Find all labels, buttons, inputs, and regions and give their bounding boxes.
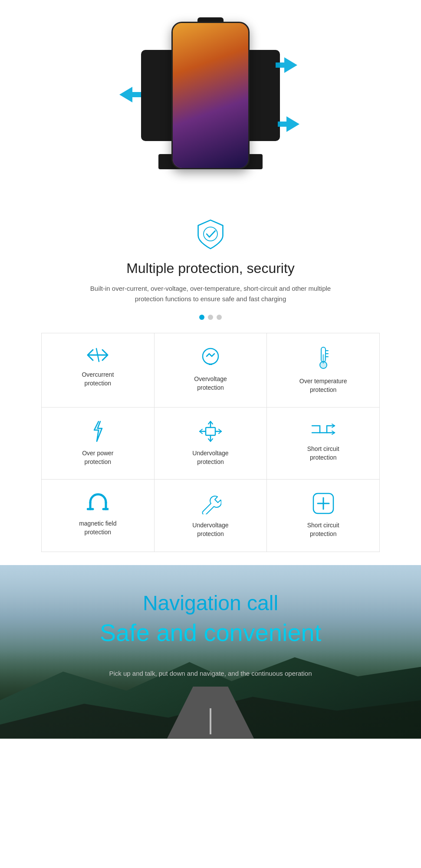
temperature-label: Over temperatureprotection xyxy=(299,377,347,394)
svg-marker-0 xyxy=(276,57,297,73)
temperature-icon xyxy=(317,346,330,372)
dot-3 xyxy=(217,315,222,320)
cell-wrench: Undervoltageprotection xyxy=(155,480,267,551)
cell-power: Over powerprotection xyxy=(42,408,155,479)
shield-icon xyxy=(193,217,228,252)
overvoltage-label: Overvoltageprotection xyxy=(194,375,227,392)
power-icon xyxy=(89,421,106,444)
wrench-icon xyxy=(200,493,221,516)
svg-rect-10 xyxy=(322,354,324,364)
overcurrent-icon xyxy=(87,346,109,365)
wrench-svg xyxy=(200,493,221,514)
arrow-left-icon xyxy=(119,87,141,102)
cell-plus: Short circuitprotection xyxy=(267,480,379,551)
protection-description: Built-in over-current, over-voltage, ove… xyxy=(89,283,332,304)
svg-rect-11 xyxy=(206,427,215,435)
cell-overcurrent: Overcurrentprotection xyxy=(42,333,155,407)
shield-icon-wrapper xyxy=(9,217,412,252)
product-image xyxy=(102,9,319,182)
magnetic-label: magnetic fieldprotection xyxy=(79,519,116,536)
arrow-right2-icon xyxy=(278,116,299,132)
dots-indicator xyxy=(9,315,412,320)
nav-title2: Safe and convenient xyxy=(100,618,322,647)
shortcircuit-icon xyxy=(311,421,335,440)
svg-marker-2 xyxy=(278,116,299,132)
power-svg xyxy=(89,421,106,442)
dot-2 xyxy=(208,315,213,320)
magnetic-svg xyxy=(87,493,109,513)
cell-undervoltage: Undervoltageprotection xyxy=(155,408,267,479)
shortcircuit-svg xyxy=(311,421,335,438)
cell-shortcircuit: Short circuitprotection xyxy=(267,408,379,479)
plus-icon xyxy=(312,493,334,516)
undervoltage-label: Undervoltageprotection xyxy=(192,449,228,466)
grid-row-2: Over powerprotection xyxy=(42,408,379,480)
nav-title1: Navigation call xyxy=(143,591,278,615)
grid-row-1: Overcurrentprotection Overvoltageprotect… xyxy=(42,333,379,408)
shortcircuit-label: Short circuitprotection xyxy=(307,445,339,462)
protection-section: Multiple protection, security Built-in o… xyxy=(0,200,421,565)
temperature-svg xyxy=(317,346,330,370)
cell-overvoltage: Overvoltageprotection xyxy=(155,333,267,407)
svg-marker-1 xyxy=(119,87,141,102)
plus-svg xyxy=(312,493,334,514)
dot-1 xyxy=(199,315,204,320)
overvoltage-svg xyxy=(200,346,221,368)
overcurrent-svg xyxy=(87,346,109,364)
road-line xyxy=(210,708,211,734)
hero-section xyxy=(0,0,421,200)
cell-temperature: Over temperatureprotection xyxy=(267,333,379,407)
power-label: Over powerprotection xyxy=(82,449,113,466)
navigation-section: Navigation call Safe and convenient Pick… xyxy=(0,565,421,739)
wrench-label: Undervoltageprotection xyxy=(192,521,228,538)
arrow-right-icon xyxy=(276,57,297,73)
nav-description: Pick up and talk, put down and navigate,… xyxy=(109,660,312,679)
overvoltage-icon xyxy=(200,346,221,370)
cell-magnetic: magnetic fieldprotection xyxy=(42,480,155,551)
undervoltage-icon xyxy=(199,421,222,444)
protection-grid: Overcurrentprotection Overvoltageprotect… xyxy=(41,333,380,552)
svg-point-3 xyxy=(204,227,217,241)
undervoltage-svg xyxy=(199,421,222,442)
protection-title: Multiple protection, security xyxy=(9,260,412,276)
overcurrent-label: Overcurrentprotection xyxy=(82,371,114,388)
grid-row-3: magnetic fieldprotection Undervoltagepro… xyxy=(42,480,379,551)
plus-label: Short circuitprotection xyxy=(307,521,339,538)
magnetic-icon xyxy=(87,493,109,514)
